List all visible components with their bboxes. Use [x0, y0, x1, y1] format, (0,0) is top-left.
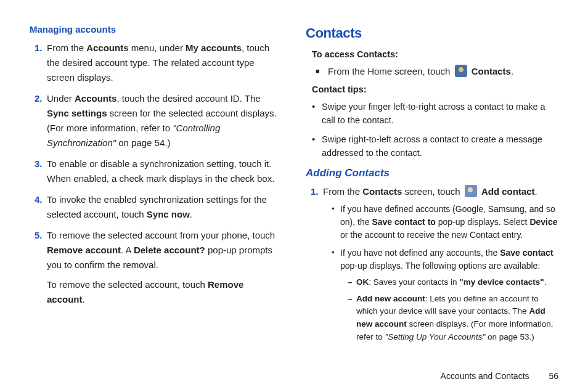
heading-managing-accounts: Managing accounts — [30, 22, 282, 37]
dash-options: – OK: Saves your contacts in "my device … — [340, 276, 558, 345]
heading-contacts: Contacts — [306, 22, 558, 44]
step-1: 1. From the Accounts menu, under My acco… — [30, 41, 282, 85]
left-column: Managing accounts 1. From the Accounts m… — [30, 22, 282, 359]
adding-contacts-steps: 1. From the Contacts screen, touch Add c… — [306, 184, 558, 353]
step-number: 5. — [30, 228, 47, 307]
adding-sub-bullets: • If you have defined accounts (Google, … — [323, 203, 558, 348]
step-body: Under Accounts, touch the desired accoun… — [47, 91, 282, 150]
step-number: 1. — [30, 41, 47, 85]
contacts-icon — [455, 65, 467, 77]
step-4: 4. To invoke the enabled synchronization… — [30, 192, 282, 222]
right-column: Contacts To access Contacts: ■ From the … — [306, 22, 558, 359]
square-bullet-icon: ■ — [316, 64, 328, 78]
add-contact-icon — [465, 185, 477, 197]
step-number: 1. — [306, 184, 323, 353]
page-number: 56 — [549, 371, 558, 381]
step-2: 2. Under Accounts, touch the desired acc… — [30, 91, 282, 150]
contact-tips-list: •Swipe your finger left-to-right across … — [306, 100, 558, 160]
subhead-tips: Contact tips: — [312, 83, 558, 97]
step-body: To remove the selected account from your… — [47, 228, 282, 307]
step-5: 5. To remove the selected account from y… — [30, 228, 282, 307]
footer-section: Accounts and Contacts — [441, 371, 529, 381]
step-extra: To remove the selected account, touch Re… — [47, 277, 282, 307]
tip-item: •Swipe right-to-left across a contact to… — [312, 133, 558, 160]
step-body: To enable or disable a synchronization s… — [47, 157, 282, 186]
step-number: 3. — [30, 157, 47, 186]
step-body: From the Accounts menu, under My account… — [47, 41, 282, 85]
sub-bullet: • If you have not defined any accounts, … — [332, 247, 558, 348]
tip-item: •Swipe your finger left-to-right across … — [312, 100, 558, 128]
step-number: 4. — [30, 192, 47, 222]
adding-step-1: 1. From the Contacts screen, touch Add c… — [306, 184, 558, 353]
two-column-layout: Managing accounts 1. From the Accounts m… — [30, 22, 558, 359]
heading-adding-contacts: Adding Contacts — [306, 165, 558, 181]
step-body: To invoke the enabled synchronization se… — [47, 192, 282, 222]
subhead-access: To access Contacts: — [312, 47, 558, 62]
step-3: 3. To enable or disable a synchronizatio… — [30, 157, 282, 186]
step-body: From the Contacts screen, touch Add cont… — [323, 184, 558, 353]
sub-bullet: • If you have defined accounts (Google, … — [332, 203, 558, 242]
access-instruction: ■ From the Home screen, touch Contacts. — [316, 64, 558, 79]
step-number: 2. — [30, 91, 47, 150]
managing-accounts-steps: 1. From the Accounts menu, under My acco… — [30, 41, 282, 307]
dash-item: – OK: Saves your contacts in "my device … — [348, 276, 558, 289]
page-footer: Accounts and Contacts 56 — [441, 371, 558, 381]
dash-item: – Add new account: Lets you define an ac… — [348, 293, 558, 345]
